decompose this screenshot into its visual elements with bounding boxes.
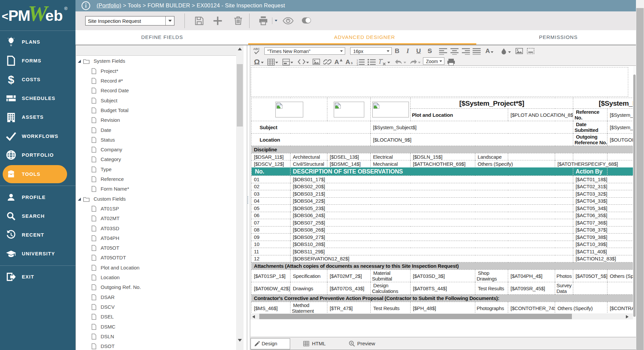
svg-text:s: s bbox=[351, 61, 353, 64]
svg-text:3: 3 bbox=[357, 63, 358, 65]
svg-text:ABC: ABC bbox=[253, 47, 260, 51]
